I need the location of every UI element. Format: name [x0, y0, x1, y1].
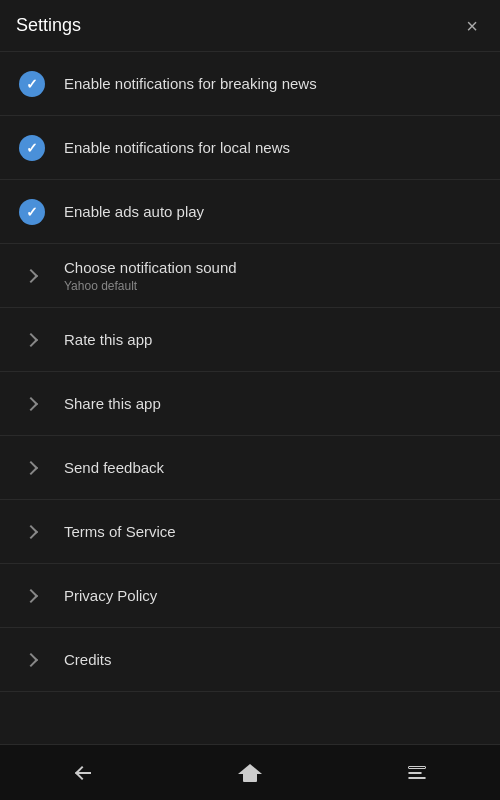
- check-icon-breaking-news: [16, 68, 48, 100]
- row-content-terms: Terms of Service: [64, 522, 484, 542]
- setting-row-notification-sound[interactable]: Choose notification sound Yahoo default: [0, 244, 500, 308]
- chevron-right-icon: [22, 458, 42, 478]
- settings-header: Settings ×: [0, 0, 500, 52]
- chevron-right-icon: [22, 394, 42, 414]
- setting-label-privacy: Privacy Policy: [64, 586, 484, 606]
- setting-label-send-feedback: Send feedback: [64, 458, 484, 478]
- chevron-right-icon: [22, 650, 42, 670]
- setting-label-rate-app: Rate this app: [64, 330, 484, 350]
- settings-list: Enable notifications for breaking news E…: [0, 52, 500, 744]
- setting-row-send-feedback[interactable]: Send feedback: [0, 436, 500, 500]
- chevron-right-icon: [22, 522, 42, 542]
- setting-row-share-app[interactable]: Share this app: [0, 372, 500, 436]
- setting-row-enable-local-news[interactable]: Enable notifications for local news: [0, 116, 500, 180]
- setting-row-enable-breaking-news[interactable]: Enable notifications for breaking news: [0, 52, 500, 116]
- chevron-icon-rate-app: [16, 324, 48, 356]
- row-content-local-news: Enable notifications for local news: [64, 138, 484, 158]
- setting-label-local-news: Enable notifications for local news: [64, 138, 484, 158]
- chevron-icon-share-app: [16, 388, 48, 420]
- chevron-icon-notification-sound: [16, 260, 48, 292]
- checked-indicator: [19, 199, 45, 225]
- navigation-bar: [0, 744, 500, 800]
- close-button[interactable]: ×: [460, 14, 484, 38]
- chevron-right-icon: [22, 266, 42, 286]
- setting-label-ads-autoplay: Enable ads auto play: [64, 202, 484, 222]
- setting-row-ads-autoplay[interactable]: Enable ads auto play: [0, 180, 500, 244]
- recents-nav-button[interactable]: [387, 753, 447, 793]
- setting-label-breaking-news: Enable notifications for breaking news: [64, 74, 484, 94]
- setting-label-credits: Credits: [64, 650, 484, 670]
- setting-label-notification-sound: Choose notification sound: [64, 258, 484, 278]
- row-content-breaking-news: Enable notifications for breaking news: [64, 74, 484, 94]
- chevron-icon-credits: [16, 644, 48, 676]
- chevron-icon-send-feedback: [16, 452, 48, 484]
- setting-row-privacy[interactable]: Privacy Policy: [0, 564, 500, 628]
- row-content-share-app: Share this app: [64, 394, 484, 414]
- setting-row-rate-app[interactable]: Rate this app: [0, 308, 500, 372]
- row-content-send-feedback: Send feedback: [64, 458, 484, 478]
- row-content-privacy: Privacy Policy: [64, 586, 484, 606]
- check-icon-ads-autoplay: [16, 196, 48, 228]
- back-icon: [73, 766, 93, 780]
- checked-indicator: [19, 71, 45, 97]
- back-nav-button[interactable]: [53, 753, 113, 793]
- home-nav-button[interactable]: [220, 753, 280, 793]
- chevron-icon-terms: [16, 516, 48, 548]
- setting-label-terms: Terms of Service: [64, 522, 484, 542]
- chevron-right-icon: [22, 586, 42, 606]
- row-content-notification-sound: Choose notification sound Yahoo default: [64, 258, 484, 294]
- row-content-rate-app: Rate this app: [64, 330, 484, 350]
- checked-indicator: [19, 135, 45, 161]
- home-icon: [240, 764, 260, 782]
- row-content-ads-autoplay: Enable ads auto play: [64, 202, 484, 222]
- setting-label-share-app: Share this app: [64, 394, 484, 414]
- page-title: Settings: [16, 15, 81, 36]
- row-content-credits: Credits: [64, 650, 484, 670]
- setting-sublabel-notification-sound: Yahoo default: [64, 279, 484, 293]
- setting-row-credits[interactable]: Credits: [0, 628, 500, 692]
- chevron-right-icon: [22, 330, 42, 350]
- check-icon-local-news: [16, 132, 48, 164]
- setting-row-terms[interactable]: Terms of Service: [0, 500, 500, 564]
- recents-icon: [408, 764, 426, 781]
- chevron-icon-privacy: [16, 580, 48, 612]
